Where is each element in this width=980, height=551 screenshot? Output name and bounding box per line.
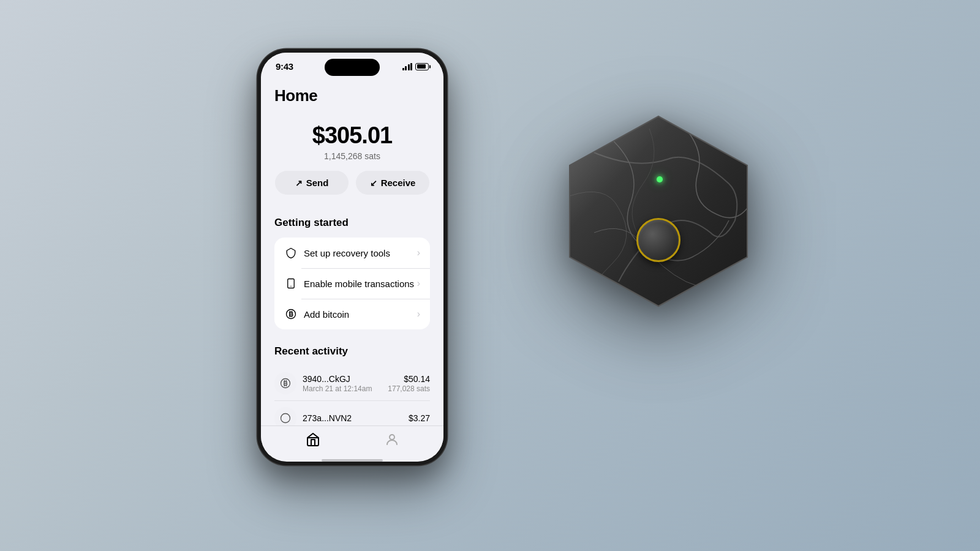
phone-icon	[284, 277, 298, 290]
transaction-sats-1: 177,028 sats	[388, 384, 430, 393]
led-indicator	[657, 176, 663, 182]
transaction-details-2: 273a...NVN2	[303, 413, 409, 423]
transaction-id-2: 273a...NVN2	[303, 413, 409, 423]
svg-rect-0	[288, 279, 295, 288]
recovery-tools-label: Set up recovery tools	[304, 248, 417, 258]
chevron-right-icon-3: ›	[417, 309, 420, 320]
hex-svg	[557, 110, 760, 312]
bottom-navigation	[261, 425, 443, 455]
balance-usd: $305.01	[273, 122, 431, 149]
dynamic-island	[325, 59, 380, 76]
chevron-right-icon: ›	[417, 247, 420, 258]
hex-hardware-device	[557, 110, 760, 312]
home-header: Home	[261, 77, 443, 110]
status-time: 9:43	[276, 61, 293, 72]
receive-button[interactable]: ↙ Receive	[356, 171, 429, 195]
recent-activity-title: Recent activity	[274, 345, 430, 358]
transaction-amount-2: $3.27	[409, 413, 430, 423]
transaction-amount-1: $50.14 177,028 sats	[388, 374, 430, 393]
send-label: Send	[306, 178, 329, 188]
transaction-usd-1: $50.14	[388, 374, 430, 384]
mobile-transactions-item[interactable]: Enable mobile transactions ›	[274, 268, 430, 299]
send-arrow-icon: ↗	[295, 178, 303, 188]
transaction-id-1: 3940...CkGJ	[303, 374, 388, 384]
bitcoin-tx-icon-2	[274, 407, 296, 425]
phone-screen: 9:43 Home	[261, 53, 443, 462]
send-button[interactable]: ↗ Send	[275, 171, 349, 195]
receive-label: Receive	[381, 178, 416, 188]
hardware-button[interactable]	[636, 218, 680, 262]
add-bitcoin-label: Add bitcoin	[304, 309, 417, 320]
home-indicator	[322, 459, 383, 462]
hex-shape	[557, 110, 760, 312]
page-title: Home	[274, 86, 430, 105]
bitcoin-icon	[284, 307, 298, 321]
chevron-right-icon-2: ›	[417, 278, 420, 289]
add-bitcoin-item[interactable]: Add bitcoin ›	[274, 299, 430, 329]
nav-home[interactable]	[306, 432, 320, 447]
svg-point-12	[281, 414, 290, 423]
screen-content: Home $305.01 1,145,268 sats ↗ Send ↙ Rec…	[261, 77, 443, 425]
getting-started-card: Set up recovery tools › Enable	[274, 238, 430, 329]
getting-started-title: Getting started	[274, 217, 430, 229]
battery-icon	[415, 63, 429, 70]
home-icon	[306, 432, 320, 447]
transaction-item-2[interactable]: 273a...NVN2 $3.27	[274, 401, 430, 425]
balance-sats: 1,145,268 sats	[273, 151, 431, 161]
scene: 9:43 Home	[184, 31, 796, 520]
shield-icon	[284, 246, 298, 260]
phone: 9:43 Home	[257, 49, 447, 465]
transaction-details-1: 3940...CkGJ March 21 at 12:14am	[303, 374, 388, 393]
bitcoin-tx-icon-1	[274, 372, 296, 394]
recovery-tools-item[interactable]: Set up recovery tools ›	[274, 238, 430, 268]
receive-arrow-icon: ↙	[370, 178, 377, 188]
mobile-transactions-label: Enable mobile transactions	[304, 279, 417, 289]
svg-point-14	[390, 435, 394, 440]
balance-section: $305.01 1,145,268 sats	[261, 110, 443, 171]
svg-rect-13	[307, 438, 318, 446]
action-buttons: ↗ Send ↙ Receive	[261, 171, 443, 206]
status-bar: 9:43	[261, 53, 443, 77]
transaction-item-1[interactable]: 3940...CkGJ March 21 at 12:14am $50.14 1…	[274, 366, 430, 401]
svg-marker-16	[570, 116, 747, 306]
recent-activity-section: Recent activity	[261, 337, 443, 425]
profile-icon	[385, 432, 399, 447]
getting-started-section: Getting started Set up recovery tools ›	[261, 206, 443, 337]
transaction-date-1: March 21 at 12:14am	[303, 384, 388, 393]
transaction-usd-2: $3.27	[409, 413, 430, 423]
signal-icon	[402, 63, 413, 70]
status-icons	[402, 63, 429, 70]
nav-profile[interactable]	[385, 432, 399, 447]
